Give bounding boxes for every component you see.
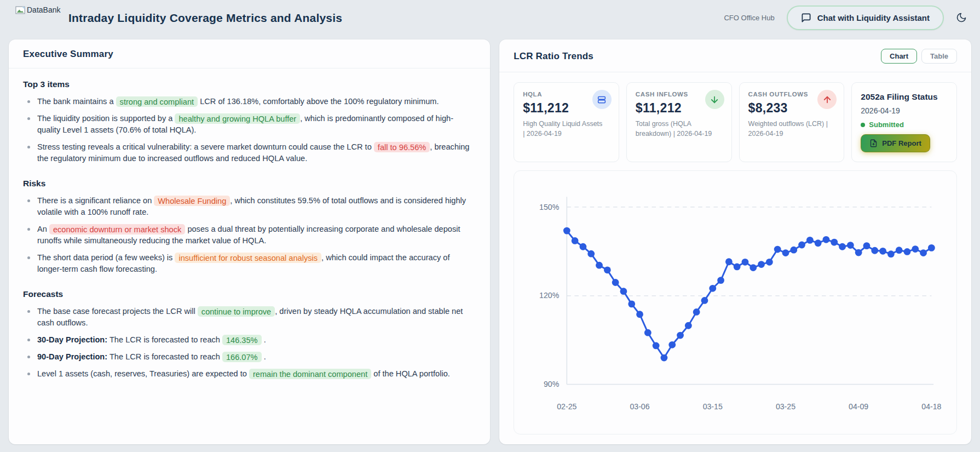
data-point [644, 329, 652, 336]
data-point [612, 279, 619, 286]
lcr-trends-body: HQLA $11,212 High Quality Liquid Assets … [499, 72, 971, 444]
database-icon [592, 90, 612, 109]
pdf-button-label: PDF Report [882, 139, 921, 147]
highlight-chip: economic downturn or market shock [49, 224, 185, 234]
filing-date: 2026-04-19 [861, 106, 948, 115]
broken-image-icon [15, 6, 25, 14]
filing-status-card: 2052a Filing Status 2026-04-19 Submitted… [851, 82, 957, 162]
table-toggle-button[interactable]: Table [921, 49, 957, 64]
filing-status: Submitted [861, 121, 948, 129]
data-point [887, 250, 895, 258]
y-axis-tick-label: 120% [539, 291, 560, 300]
data-point [896, 247, 903, 254]
data-point [758, 261, 765, 268]
x-axis-tick-label: 03-25 [776, 402, 795, 411]
data-point [798, 242, 805, 249]
bullet-text: 90-Day Projection: The LCR is forecasted… [37, 351, 266, 363]
stat-cards-row: HQLA $11,212 High Quality Liquid Assets … [514, 82, 957, 162]
data-point [587, 250, 595, 258]
summary-bullet: 90-Day Projection: The LCR is forecasted… [23, 351, 476, 363]
lcr-chart: 150%120%90%02-2503-0603-1503-2504-0904-1… [514, 170, 957, 434]
data-point [693, 308, 700, 316]
card-subtitle: Total gross (HQLA breakdown) | 2026-04-1… [636, 119, 718, 139]
data-point [734, 264, 741, 271]
pdf-report-button[interactable]: PDF Report [861, 134, 930, 152]
bullet-dot-icon [27, 256, 30, 259]
bullet-dot-icon [27, 117, 30, 120]
bullet-text: There is a significant reliance on Whole… [37, 195, 476, 218]
bullet-dot-icon [27, 199, 30, 202]
bullet-dot-icon [27, 100, 30, 103]
bullet-text: 30-Day Projection: The LCR is forecasted… [37, 334, 266, 346]
bullet-dot-icon [27, 310, 30, 313]
bullet-text: The bank maintains a strong and complian… [37, 96, 439, 107]
data-point [677, 332, 684, 339]
summary-bullet: The liquidity position is supported by a… [23, 113, 476, 136]
x-axis-tick-label: 02-25 [557, 402, 577, 411]
bullet-text: The liquidity position is supported by a… [37, 113, 476, 136]
highlight-chip: remain the dominant component [249, 369, 371, 379]
data-point [839, 243, 846, 250]
data-point [580, 243, 587, 250]
summary-bullet: The bank maintains a strong and complian… [23, 96, 476, 107]
chart-toggle-button[interactable]: Chart [881, 49, 917, 64]
data-point [596, 262, 603, 269]
highlight-chip: 166.07% [222, 352, 262, 362]
highlight-chip: continue to improve [198, 306, 275, 317]
data-point [823, 236, 830, 243]
data-point [912, 245, 919, 253]
data-point [604, 266, 611, 273]
executive-summary-body: Top 3 itemsThe bank maintains a strong a… [9, 68, 490, 444]
highlight-chip: Wholesale Funding [154, 196, 230, 206]
data-point [815, 239, 822, 247]
workspace-label: CFO Office Hub [724, 14, 774, 22]
header-actions: CFO Office Hub Chat with Liquidity Assis… [724, 0, 967, 35]
y-axis-tick-label: 90% [544, 380, 560, 388]
x-axis-tick-label: 04-18 [921, 402, 941, 411]
view-toggle: Chart Table [881, 49, 957, 64]
data-point [863, 242, 871, 249]
executive-summary-header: Executive Summary [9, 39, 490, 68]
highlight-chip: fall to 96.56% [374, 142, 430, 152]
bullet-text: An economic downturn or market shock pos… [37, 224, 476, 247]
highlight-chip: strong and compliant [116, 96, 198, 107]
section-heading: Forecasts [23, 289, 476, 299]
bullet-text: The base case forecast projects the LCR … [37, 306, 476, 329]
file-plus-icon [869, 139, 878, 147]
bullet-dot-icon [27, 228, 30, 231]
lcr-line-chart: 150%120%90%02-2503-0603-1503-2504-0904-1… [517, 175, 953, 430]
data-point [847, 242, 854, 249]
highlight-chip: 146.35% [222, 335, 262, 345]
summary-bullet: There is a significant reliance on Whole… [23, 195, 476, 218]
data-point [653, 342, 660, 350]
dark-mode-toggle[interactable] [956, 12, 967, 23]
bullet-text: Level 1 assets (cash, reserves, Treasuri… [37, 368, 450, 380]
chat-assistant-button[interactable]: Chat with Liquidity Assistant [787, 5, 944, 30]
data-point [717, 277, 724, 284]
data-point [668, 341, 676, 348]
summary-list: There is a significant reliance on Whole… [23, 195, 476, 281]
chat-button-label: Chat with Liquidity Assistant [817, 13, 930, 22]
logo-text: DataBank [27, 5, 60, 14]
section-heading: Top 3 items [23, 79, 476, 89]
bullet-dot-icon [27, 373, 30, 375]
stat-card-cash-outflows: CASH OUTFLOWS $8,233 Weighted outflows (… [739, 82, 845, 162]
summary-list: The base case forecast projects the LCR … [23, 306, 476, 385]
data-point [572, 237, 579, 244]
filing-title: 2052a Filing Status [861, 92, 948, 102]
summary-bullet: Stress testing reveals a critical vulner… [23, 141, 476, 164]
data-point [774, 246, 781, 253]
lcr-trends-title: LCR Ratio Trends [514, 51, 593, 62]
lcr-trends-panel: LCR Ratio Trends Chart Table HQLA $11,21… [499, 39, 971, 444]
data-point [750, 264, 757, 271]
data-point [685, 322, 692, 329]
data-point [855, 249, 862, 256]
data-point [725, 258, 733, 265]
summary-bullet: 30-Day Projection: The LCR is forecasted… [23, 334, 476, 346]
data-point [920, 249, 927, 256]
summary-bullet: The short data period (a few weeks) is i… [23, 252, 476, 275]
card-subtitle: Weighted outflows (LCR) | 2026-04-19 [748, 119, 831, 139]
data-point [871, 247, 878, 254]
chat-bubble-icon [801, 13, 811, 23]
highlight-chip: healthy and growing HQLA buffer [175, 113, 300, 124]
